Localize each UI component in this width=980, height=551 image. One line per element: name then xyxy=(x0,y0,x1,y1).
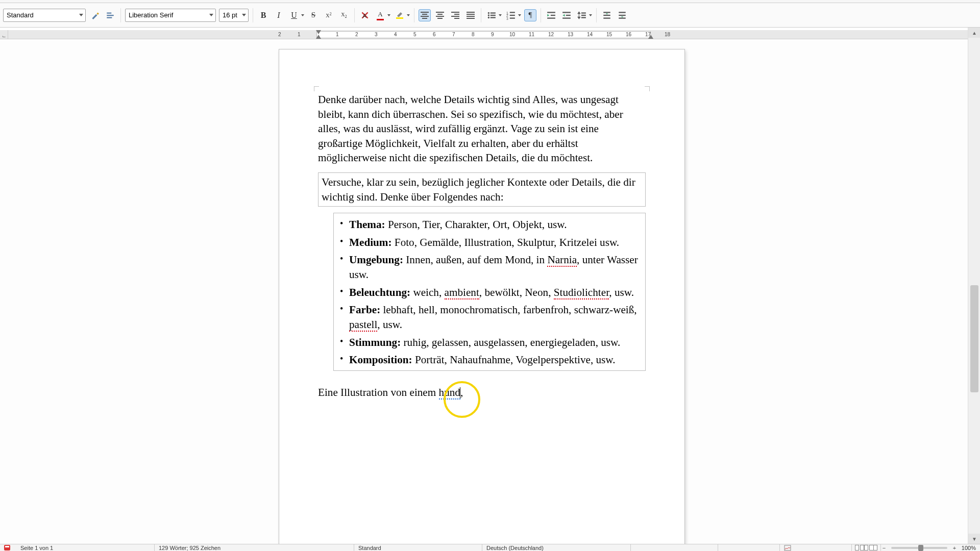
superscript-button[interactable]: X2 xyxy=(323,9,335,21)
item-text: Innen, außen, auf dem Mond, in xyxy=(403,254,547,266)
scroll-up-button[interactable]: ▲ xyxy=(968,28,980,38)
line-spacing-button[interactable] xyxy=(576,9,592,21)
first-line-indent-marker[interactable] xyxy=(316,30,321,34)
word-count-cell[interactable]: 129 Wörter; 925 Zeichen xyxy=(155,544,354,551)
document-page[interactable]: Denke darüber nach, welche Details wicht… xyxy=(279,49,685,544)
list-item[interactable]: Umgebung: Innen, außen, auf dem Mond, in… xyxy=(340,253,639,282)
list-item[interactable]: Beleuchtung: weich, ambient, bewölkt, Ne… xyxy=(340,285,639,300)
item-text: weich, xyxy=(410,286,444,298)
align-center-button[interactable] xyxy=(434,9,446,21)
numbered-list-button[interactable]: 123 xyxy=(505,9,521,21)
underline-button[interactable]: U xyxy=(288,9,304,21)
paragraph-text[interactable]: Versuche, klar zu sein, bezüglich jeglic… xyxy=(322,176,635,203)
svg-point-3 xyxy=(488,14,489,16)
svg-rect-21 xyxy=(581,17,586,18)
align-justify-button[interactable] xyxy=(464,9,477,21)
font-name-select[interactable]: Liberation Serif xyxy=(125,9,216,22)
svg-rect-8 xyxy=(510,12,515,13)
ruler-tick: 1 xyxy=(336,32,339,37)
svg-text:A: A xyxy=(363,12,367,18)
item-text: , bewölkt, Neon, xyxy=(479,286,554,298)
signature-cell[interactable] xyxy=(780,544,795,551)
align-right-button[interactable] xyxy=(449,9,461,21)
separator xyxy=(414,8,414,22)
single-page-view-button[interactable] xyxy=(855,545,859,550)
paragraph[interactable]: Denke darüber nach, welche Details wicht… xyxy=(318,92,629,165)
language-cell[interactable]: Deutsch (Deutschland) xyxy=(482,544,630,551)
spellcheck-error[interactable]: Narnia xyxy=(547,254,577,267)
multi-page-view-button[interactable] xyxy=(860,545,868,550)
list-item[interactable]: Komposition: Porträt, Nahaufnahme, Vogel… xyxy=(340,353,639,367)
ruler-tick: 17 xyxy=(645,32,651,37)
left-indent-marker[interactable] xyxy=(316,35,321,39)
font-size-select[interactable]: 16 pt xyxy=(219,9,249,22)
increase-indent-button[interactable] xyxy=(545,9,557,21)
paragraph-text: , xyxy=(460,386,463,398)
margin-guide xyxy=(645,86,650,91)
paragraph-text: Eine Illustration von einem xyxy=(318,386,439,398)
dropdown-arrow-icon xyxy=(387,14,390,16)
new-style-button[interactable] xyxy=(104,9,116,21)
zoom-thumb[interactable] xyxy=(918,545,923,551)
insert-mode-cell[interactable] xyxy=(631,544,718,551)
italic-button[interactable]: I xyxy=(273,9,285,21)
svg-rect-22 xyxy=(603,12,610,13)
increase-paragraph-spacing-button[interactable] xyxy=(601,9,613,21)
zoom-value[interactable]: 100% xyxy=(962,545,976,551)
decrease-indent-button[interactable] xyxy=(560,9,573,21)
document-content[interactable]: Denke darüber nach, welche Details wicht… xyxy=(318,92,646,407)
item-text: ruhig, gelassen, ausgelassen, energiegel… xyxy=(401,336,620,348)
list-item[interactable]: Thema: Person, Tier, Charakter, Ort, Obj… xyxy=(340,217,639,232)
list-item[interactable]: Stimmung: ruhig, gelassen, ausgelassen, … xyxy=(340,335,639,350)
document-canvas[interactable]: Denke darüber nach, welche Details wicht… xyxy=(0,39,968,544)
zoom-out-button[interactable]: − xyxy=(881,545,887,551)
strikethrough-button[interactable]: S xyxy=(307,9,320,21)
scroll-thumb[interactable] xyxy=(970,285,978,392)
spellcheck-error[interactable]: ambient xyxy=(445,286,479,299)
align-left-button[interactable] xyxy=(419,9,431,21)
save-indicator[interactable] xyxy=(0,544,16,551)
highlight-color-button[interactable] xyxy=(394,9,410,21)
toggle-formatting-marks-button[interactable]: ¶ xyxy=(524,9,536,21)
formatting-toolbar: Standard Liberation Serif 16 pt B I U S … xyxy=(0,3,980,28)
horizontal-ruler[interactable]: 1 2 1 2 3 4 5 6 7 8 9 10 11 12 13 14 15 … xyxy=(8,30,968,39)
font-color-button[interactable]: A xyxy=(374,9,390,21)
svg-rect-6 xyxy=(491,17,496,18)
selection-mode-cell[interactable] xyxy=(718,544,779,551)
ruler-corner: ⌙ xyxy=(0,30,8,39)
svg-rect-23 xyxy=(603,14,610,15)
svg-rect-15 xyxy=(547,17,555,18)
bullet-list-button[interactable] xyxy=(485,9,502,21)
scroll-down-button[interactable]: ▼ xyxy=(968,534,980,544)
spellcheck-error[interactable]: pastell xyxy=(349,318,377,332)
svg-rect-4 xyxy=(491,14,496,15)
list-item[interactable]: Medium: Foto, Gemälde, Illustration, Sku… xyxy=(340,235,639,250)
item-text: Porträt, Nahaufnahme, Vogelperspektive, … xyxy=(412,354,616,366)
spellcheck-error[interactable]: Studiolichter xyxy=(554,286,609,299)
bold-button[interactable]: B xyxy=(257,9,270,21)
svg-rect-17 xyxy=(566,14,571,15)
ruler-tick: 6 xyxy=(433,32,436,37)
framed-paragraph[interactable]: Versuche, klar zu sein, bezüglich jeglic… xyxy=(318,172,646,207)
zoom-track[interactable] xyxy=(891,547,947,549)
paragraph[interactable]: Eine Illustration von einem hund, xyxy=(318,385,646,400)
vertical-scrollbar[interactable]: ▲ ▼ xyxy=(968,28,980,544)
subscript-button[interactable]: X2 xyxy=(338,9,350,21)
ruler-tick: 10 xyxy=(509,32,515,37)
clear-formatting-button[interactable]: A xyxy=(359,9,371,21)
page-style-cell[interactable]: Standard xyxy=(354,544,482,551)
zoom-in-button[interactable]: + xyxy=(951,545,958,551)
list-item[interactable]: Farbe: lebhaft, hell, monochromatisch, f… xyxy=(340,303,639,332)
item-text: lebhaft, hell, monochromatisch, farbenfr… xyxy=(380,304,636,316)
svg-rect-20 xyxy=(581,14,586,15)
separator xyxy=(120,8,121,22)
update-style-button[interactable] xyxy=(89,9,101,21)
page-count-cell[interactable]: Seite 1 von 1 xyxy=(16,544,154,551)
paragraph-style-select[interactable]: Standard xyxy=(3,9,86,22)
ruler-tick: 18 xyxy=(665,32,670,37)
status-bar: Seite 1 von 1 129 Wörter; 925 Zeichen St… xyxy=(0,544,980,551)
book-view-button[interactable] xyxy=(869,545,877,550)
grammar-error[interactable]: hund xyxy=(439,386,460,399)
decrease-paragraph-spacing-button[interactable] xyxy=(616,9,628,21)
bullet-list-frame[interactable]: Thema: Person, Tier, Charakter, Ort, Obj… xyxy=(333,213,646,370)
